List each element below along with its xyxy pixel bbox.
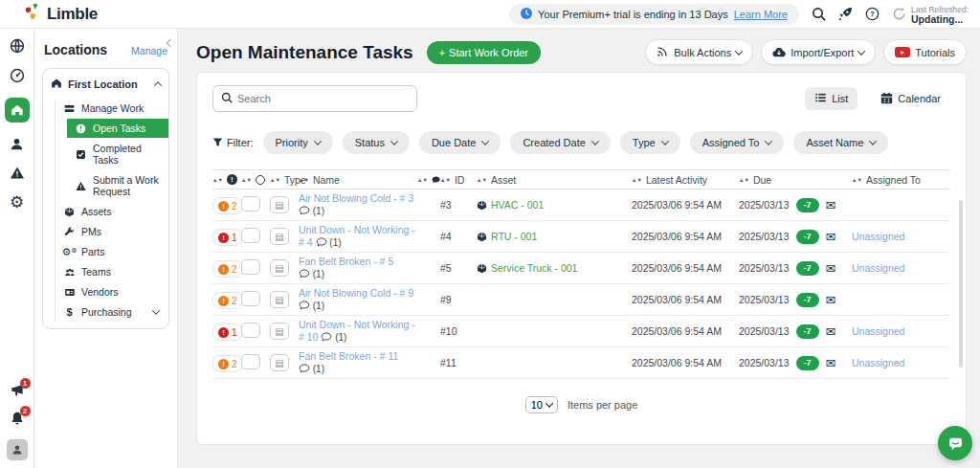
tree-item-completed-tasks[interactable]: Completed Tasks <box>67 139 168 169</box>
priority-badge[interactable]: !1 <box>212 229 243 246</box>
asset-link[interactable]: HVAC - 001 <box>491 199 544 211</box>
work-order-type-icon[interactable]: ▤ <box>270 354 289 371</box>
search-icon[interactable] <box>812 7 826 21</box>
priority-badge[interactable]: !1 <box>212 323 243 341</box>
col-type[interactable]: ▲▼Type <box>270 174 299 186</box>
filter-pill[interactable]: Assigned To <box>690 131 785 154</box>
priority-icon: ! <box>218 264 229 275</box>
user-avatar[interactable] <box>7 439 28 460</box>
status-checkbox[interactable] <box>241 323 260 338</box>
problems-warning-icon[interactable] <box>10 166 25 180</box>
filter-pill[interactable]: Status <box>343 131 410 154</box>
col-comments[interactable]: ▲▼ <box>417 175 440 185</box>
comment-count[interactable]: (1) <box>321 332 346 343</box>
envelope-icon[interactable]: ✉ <box>826 262 836 275</box>
assigned-link[interactable]: Unassigned <box>852 231 904 242</box>
asset-link[interactable]: Service Truck - 001 <box>491 262 577 274</box>
settings-gear-icon[interactable]: ⚙ <box>10 194 24 211</box>
rocket-icon[interactable] <box>838 7 853 21</box>
task-name-link[interactable]: Fan Belt Broken - # 11 <box>299 350 398 362</box>
table-scrollbar[interactable] <box>959 200 963 368</box>
envelope-icon[interactable]: ✉ <box>826 325 836 338</box>
notifications-bell-icon[interactable]: 2 <box>10 411 25 426</box>
col-id[interactable]: ▲▼ID <box>440 174 477 186</box>
filter-pill[interactable]: Asset Name <box>793 131 888 154</box>
search-input[interactable] <box>237 93 409 104</box>
status-checkbox[interactable] <box>241 354 260 369</box>
tree-item-submit-work-request[interactable]: Submit a Work Request <box>67 170 168 201</box>
col-assigned-to[interactable]: ▲▼Assigned To <box>852 174 950 186</box>
tree-item-assets[interactable]: Assets <box>56 202 168 221</box>
status-checkbox[interactable] <box>241 196 260 212</box>
main-content: Open Maintenance Tasks + Start Work Orde… <box>179 29 980 468</box>
learn-more-link[interactable]: Learn More <box>734 9 788 20</box>
tree-item-manage-work[interactable]: Manage Work <box>56 99 168 118</box>
home-icon[interactable] <box>5 98 30 123</box>
tutorials-button[interactable]: Tutorials <box>883 39 967 65</box>
list-view-button[interactable]: List <box>805 87 858 110</box>
task-name-link[interactable]: Air Not Blowing Cold - # 3 <box>299 192 413 204</box>
assigned-link[interactable]: Unassigned <box>852 325 904 337</box>
envelope-icon[interactable]: ✉ <box>826 199 836 212</box>
col-status[interactable]: ▲▼ <box>241 175 270 185</box>
calendar-view-button[interactable]: Calendar <box>871 87 950 111</box>
comment-count[interactable]: (1) <box>299 269 324 279</box>
filter-pill[interactable]: Due Date <box>419 131 501 154</box>
work-order-type-icon[interactable]: ▤ <box>270 291 289 308</box>
envelope-icon[interactable]: ✉ <box>826 357 836 369</box>
priority-badge[interactable]: !2 <box>212 292 243 309</box>
col-priority[interactable]: ▲▼! <box>212 174 241 185</box>
task-id: #11 <box>440 357 477 368</box>
announcements-icon[interactable]: 1 <box>10 383 25 397</box>
limble-logo[interactable]: Limble <box>25 3 98 25</box>
task-name-link[interactable]: Fan Belt Broken - # 5 <box>299 256 393 267</box>
chat-fab[interactable] <box>938 426 972 460</box>
status-checkbox[interactable] <box>241 291 260 306</box>
col-asset[interactable]: ▲▼Asset <box>477 174 632 186</box>
comment-count[interactable]: (1) <box>316 237 342 248</box>
people-icon[interactable] <box>10 137 24 151</box>
global-dashboard-icon[interactable] <box>10 38 25 54</box>
tree-item-teams[interactable]: Teams <box>56 262 168 281</box>
work-order-type-icon[interactable]: ▤ <box>270 323 289 340</box>
collapse-panel-icon[interactable] <box>167 33 173 50</box>
import-export-button[interactable]: Import/Export <box>761 39 876 65</box>
envelope-icon[interactable]: ✉ <box>826 294 836 306</box>
task-name-link[interactable]: Air Not Blowing Cold - # 9 <box>299 287 413 299</box>
bulk-actions-button[interactable]: Bulk Actions <box>645 39 753 65</box>
work-order-type-icon[interactable]: ▤ <box>270 228 289 245</box>
tree-item-purchasing[interactable]: $ Purchasing <box>56 302 168 322</box>
start-work-order-button[interactable]: + Start Work Order <box>427 41 541 64</box>
status-checkbox[interactable] <box>241 228 260 243</box>
status-checkbox[interactable] <box>241 259 260 275</box>
filter-pill[interactable]: Type <box>620 131 680 154</box>
comment-count[interactable]: (1) <box>299 364 324 374</box>
reports-gauge-icon[interactable] <box>10 68 25 83</box>
assigned-link[interactable]: Unassigned <box>852 357 904 368</box>
refresh-icon[interactable] <box>892 7 906 21</box>
tree-item-pms[interactable]: PMs <box>56 222 168 241</box>
help-icon[interactable]: ? <box>865 7 880 21</box>
assigned-link[interactable]: Unassigned <box>852 262 904 274</box>
comment-count[interactable]: (1) <box>299 206 324 216</box>
col-due[interactable]: ▲▼Due <box>739 174 852 186</box>
work-order-type-icon[interactable]: ▤ <box>270 259 289 277</box>
page-size-select[interactable]: 10 <box>525 396 558 413</box>
task-name-link[interactable]: Unit Down - Not Working - # 10 <box>299 319 415 343</box>
tree-item-first-location[interactable]: First Location <box>43 71 168 98</box>
tree-item-parts[interactable]: ⚙⚙ Parts <box>56 242 168 261</box>
filter-pill[interactable]: Priority <box>263 131 333 154</box>
col-latest-activity[interactable]: ▲▼Latest Activity <box>632 174 739 186</box>
filter-pill[interactable]: Created Date <box>510 131 610 154</box>
asset-link[interactable]: RTU - 001 <box>491 231 537 242</box>
comment-count[interactable]: (1) <box>299 301 324 311</box>
tree-item-open-tasks[interactable]: Open Tasks <box>67 119 168 138</box>
priority-badge[interactable]: !2 <box>212 197 243 214</box>
priority-badge[interactable]: !2 <box>212 260 243 278</box>
priority-badge[interactable]: !2 <box>212 355 243 372</box>
col-name[interactable]: ▲▼Name <box>299 174 417 186</box>
tree-item-vendors[interactable]: Vendors <box>56 282 168 301</box>
envelope-icon[interactable]: ✉ <box>826 231 836 243</box>
work-order-type-icon[interactable]: ▤ <box>270 196 289 213</box>
manage-locations-link[interactable]: Manage <box>131 45 167 56</box>
